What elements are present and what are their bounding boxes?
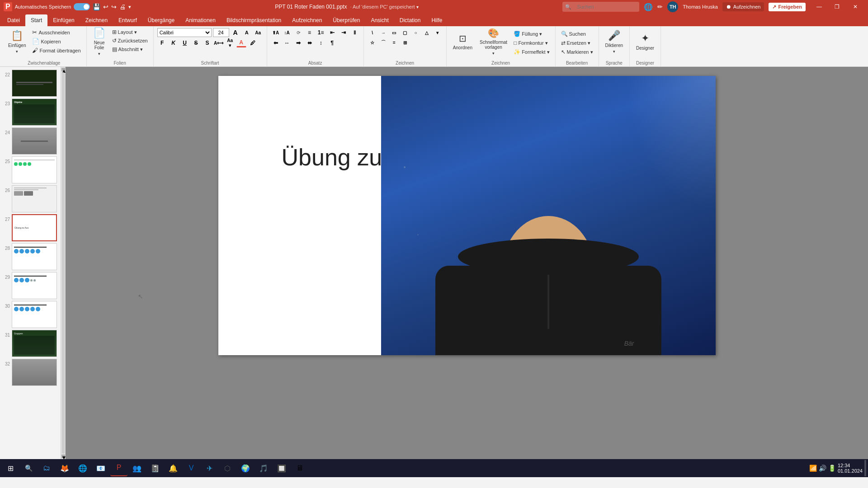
battery-icon[interactable]: 🔋 — [828, 465, 836, 472]
restore-btn[interactable]: ❐ — [828, 0, 846, 14]
taskbar-earth[interactable]: 🌍 — [237, 460, 254, 476]
slide-thumb-row-25[interactable]: 25 — [0, 155, 61, 184]
slide-thumb-row-27[interactable]: 27 Übung zu Aus — [0, 213, 61, 242]
suchen-btn[interactable]: 🔍 Suchen — [559, 30, 595, 38]
clear-format-btn[interactable]: Aa — [253, 28, 263, 37]
bullets-btn[interactable]: ≡ — [305, 28, 315, 37]
shape-conn-btn[interactable]: ⌒ — [378, 38, 388, 47]
paste-arrow[interactable]: ▾ — [16, 49, 18, 54]
share-network-icon[interactable]: 🌐 — [644, 3, 653, 11]
smartart-btn[interactable]: ⟳ — [293, 28, 303, 37]
freigeben-header-btn[interactable]: ↗ Freigeben — [769, 3, 806, 11]
taskbar-visio[interactable]: V — [183, 460, 200, 476]
tab-bildschirmpraesentation[interactable]: Bildschirmpräsentation — [221, 14, 287, 26]
highlight-btn[interactable]: 🖊 — [248, 38, 258, 47]
quick-save-icon[interactable]: 💾 — [93, 3, 100, 10]
font-family-select[interactable]: Calibri — [157, 28, 212, 37]
slide-thumb-row-26[interactable]: 26 — [0, 184, 61, 213]
taskbar-app2[interactable]: 🔲 — [273, 460, 290, 476]
shape-eq-btn[interactable]: = — [389, 38, 399, 47]
slide-panel-scrollbar[interactable]: ▲ ▼ — [61, 67, 66, 459]
slide-thumb-row-30[interactable]: 30 — [0, 300, 61, 329]
schnellformat-btn[interactable]: 🎨 Schnellformatvorlagen ▾ — [477, 28, 510, 55]
ersetzen-btn[interactable]: ⇄ Ersetzen ▾ — [559, 39, 595, 47]
slide-thumb-row-28[interactable]: 28 — [0, 242, 61, 271]
quick-undo-icon[interactable]: ↩ — [103, 3, 108, 10]
taskbar-chrome[interactable]: 🌐 — [74, 460, 91, 476]
slide-canvas[interactable]: Übung zu Aus — [218, 76, 716, 355]
tab-datei[interactable]: Datei — [2, 14, 25, 26]
formkontur-btn[interactable]: □ Formkontur ▾ — [512, 39, 551, 47]
quickstyle-arrow[interactable]: ▾ — [492, 51, 495, 56]
line-spacing-btn[interactable]: ↕ — [316, 38, 326, 47]
formeffekt-btn[interactable]: ✨ Formeffekt ▾ — [512, 48, 551, 56]
shape-arrow-btn[interactable]: → — [378, 28, 388, 37]
network-icon[interactable]: 📶 — [809, 465, 817, 472]
align-right-btn[interactable]: ➡ — [293, 38, 303, 47]
indent-dec-btn[interactable]: ⇤ — [327, 28, 337, 37]
tab-einfuegen[interactable]: Einfügen — [47, 14, 80, 26]
align-left-btn[interactable]: ⬅ — [271, 38, 281, 47]
tab-entwurf[interactable]: Entwurf — [113, 14, 142, 26]
slide-thumb-30[interactable] — [12, 301, 57, 328]
char-spacing-btn[interactable]: A⟷ — [214, 38, 224, 47]
user-avatar[interactable]: TH — [667, 1, 678, 12]
layout-btn[interactable]: ⊞ Layout ▾ — [110, 28, 150, 36]
slide-thumb-29[interactable] — [12, 272, 57, 299]
markieren-btn[interactable]: ↖ Markieren ▾ — [559, 48, 595, 56]
slide-thumb-row-31[interactable]: 31 Gruppen — [0, 329, 61, 358]
shape-line-btn[interactable]: \ — [368, 28, 377, 37]
slide-thumb-22[interactable] — [12, 70, 57, 97]
taskbar-files[interactable]: 🗂 — [38, 460, 55, 476]
font-shrink-btn[interactable]: A — [242, 28, 252, 37]
tab-ueberpruefen[interactable]: Überprüfen — [327, 14, 365, 26]
numbering-btn[interactable]: 1≡ — [316, 28, 326, 37]
slide-thumb-24[interactable] — [12, 127, 57, 155]
tab-animationen[interactable]: Animationen — [180, 14, 221, 26]
cols-btn[interactable]: ⫴ — [350, 28, 360, 37]
font-case-btn[interactable]: Aa ▾ — [225, 38, 235, 47]
tab-start[interactable]: Start — [25, 14, 47, 26]
slide-thumb-28[interactable] — [12, 243, 57, 270]
taskbar-app3[interactable]: 🖥 — [291, 460, 308, 476]
font-size-input[interactable] — [213, 28, 229, 37]
taskbar-teams[interactable]: 👥 — [128, 460, 146, 476]
indent-inc-btn[interactable]: ⇥ — [339, 28, 349, 37]
taskbar-telegram[interactable]: ✈ — [201, 460, 218, 476]
taskbar-spotify[interactable]: 🎵 — [255, 460, 272, 476]
bold-btn[interactable]: F — [157, 38, 167, 47]
tab-zeichnen[interactable]: Zeichnen — [80, 14, 113, 26]
font-grow-btn[interactable]: A — [231, 28, 241, 37]
tab-hilfe[interactable]: Hilfe — [426, 14, 448, 26]
quick-print-icon[interactable]: 🖨 — [119, 3, 126, 10]
volume-icon[interactable]: 🔊 — [819, 465, 826, 472]
pen-icon[interactable]: ✏ — [657, 3, 663, 10]
slide-thumb-26[interactable] — [12, 185, 57, 212]
slide-thumb-row-22[interactable]: 22 — [0, 69, 61, 98]
slide-thumb-row-24[interactable]: 24 — [0, 127, 61, 155]
zuruecksetzen-btn[interactable]: ↺ Zurücksetzen — [110, 37, 150, 45]
anordnen-btn[interactable]: ⊞ — [400, 38, 410, 47]
shape-rounded-btn[interactable]: ▢ — [400, 28, 410, 37]
designer-btn[interactable]: ✦ Designer — [633, 28, 657, 55]
taskbar-note[interactable]: 📓 — [146, 460, 164, 476]
neue-folie-btn[interactable]: 📄 NeueFolie ▾ — [90, 28, 108, 55]
shadow-btn[interactable]: S — [203, 38, 212, 47]
kopieren-btn[interactable]: 📄 Kopieren — [30, 37, 82, 46]
format-uebertragen-btn[interactable]: 🖌 Format übertragen — [30, 46, 82, 55]
underline-btn[interactable]: U — [180, 38, 190, 47]
taskbar-outlook[interactable]: 📧 — [92, 460, 109, 476]
taskbar-firefox[interactable]: 🦊 — [56, 460, 73, 476]
shape-more2-btn[interactable]: ☆ — [368, 38, 377, 47]
search-input[interactable] — [573, 2, 637, 11]
taskbar-app1[interactable]: ⬡ — [219, 460, 236, 476]
new-slide-arrow[interactable]: ▾ — [98, 52, 100, 56]
close-btn[interactable]: ✕ — [846, 0, 864, 14]
ausschneiden-btn[interactable]: ✂ Ausschneiden — [30, 28, 82, 37]
aufzeichnen-header-btn[interactable]: ⏺ Aufzeichnen — [722, 2, 764, 11]
slide-thumb-row-23[interactable]: 23 Objekte — [0, 98, 61, 127]
slide-thumb-row-29[interactable]: 29 — [0, 271, 61, 300]
anordnen-large-btn[interactable]: ⊡ Anordnen — [450, 28, 475, 55]
slide-thumb-27[interactable]: Übung zu Aus — [12, 214, 57, 241]
italic-btn[interactable]: K — [169, 38, 179, 47]
